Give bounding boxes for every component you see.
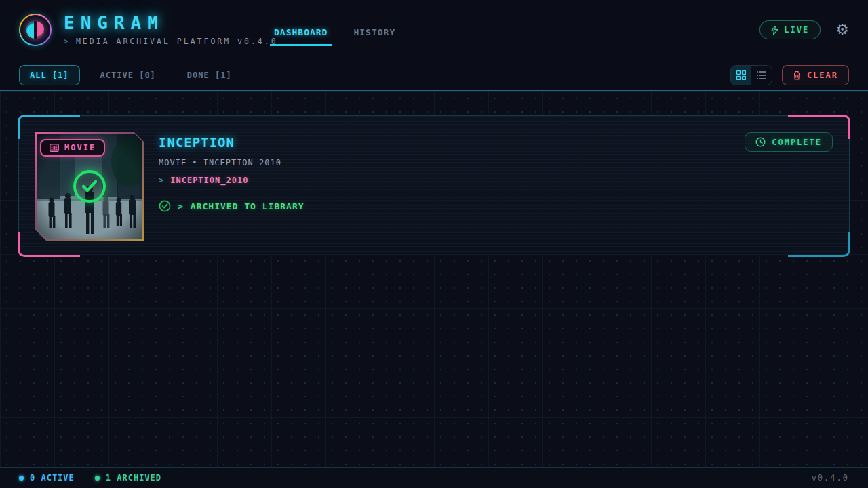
app-header: ENGRAM > MEDIA ARCHIVAL PLATFORM v0.4.0 … [0,0,868,60]
view-toggle [730,65,772,85]
archived-count-label: 1 ARCHIVED [106,473,161,483]
tab-history[interactable]: HISTORY [349,20,399,46]
grid-icon [736,70,746,80]
job-status-line: > ARCHIVED TO LIBRARY [159,200,745,212]
main-content: MOVIE INCEPTION MOVIE • INCEPTION_2010 >… [0,92,868,467]
check-icon [82,180,97,192]
job-source: INCEPTION_2010 [170,176,248,185]
archived-count-stat: 1 ARCHIVED [95,473,161,483]
tab-dashboard[interactable]: DASHBOARD [270,20,332,46]
archived-dot-icon [95,476,100,481]
archive-job-card[interactable]: MOVIE INCEPTION MOVIE • INCEPTION_2010 >… [18,115,850,256]
complete-status-badge: COMPLETE [745,132,833,152]
grid-view-button[interactable] [731,66,751,85]
list-view-button[interactable] [751,66,772,85]
active-dot-icon [19,476,24,481]
card-corner-bottom-right [788,232,850,257]
complete-label: COMPLETE [772,138,822,147]
archived-check-overlay [73,170,106,203]
nav-tabs: DASHBOARD HISTORY [270,0,399,60]
job-meta: MOVIE • INCEPTION_2010 [159,158,745,167]
clear-button[interactable]: CLEAR [782,65,849,85]
active-count-stat: 0 ACTIVE [19,473,75,483]
trash-icon [793,70,801,80]
tagline-text: MEDIA ARCHIVAL PLATFORM v0.4.0 [76,37,278,46]
app-tagline: > MEDIA ARCHIVAL PLATFORM v0.4.0 [64,37,278,46]
clock-icon [755,137,766,147]
poster-frame: MOVIE [35,132,144,241]
active-count-label: 0 ACTIVE [30,473,75,483]
job-status-message: ARCHIVED TO LIBRARY [191,201,304,211]
title-block: ENGRAM > MEDIA ARCHIVAL PLATFORM v0.4.0 [64,14,278,46]
filter-done-button[interactable]: DONE [1] [176,65,243,85]
brain-logo-icon [19,14,52,46]
filter-active-button[interactable]: ACTIVE [0] [90,65,167,85]
prompt-chevron: > [64,37,71,46]
lightning-icon [771,26,778,35]
app-name: ENGRAM [64,14,278,33]
clear-label: CLEAR [807,70,838,80]
app-version: v0.4.0 [812,473,849,483]
live-label: LIVE [784,25,809,35]
job-source-line: > INCEPTION_2010 [159,176,745,185]
live-status-badge: LIVE [760,20,821,39]
gear-icon[interactable]: ⚙ [835,22,849,37]
list-icon [757,71,766,79]
prompt-chevron: > [159,176,164,185]
filter-bar: ALL [1] ACTIVE [0] DONE [1] [0,60,868,92]
job-title: INCEPTION [159,135,745,150]
status-bar: 0 ACTIVE 1 ARCHIVED v0.4.0 [0,467,868,488]
media-type-label: MOVIE [64,143,96,152]
film-icon [50,144,59,152]
check-circle-icon [159,200,171,212]
prompt-chevron: > [178,201,184,211]
filter-all-button[interactable]: ALL [1] [19,65,80,85]
media-type-badge: MOVIE [40,139,105,157]
